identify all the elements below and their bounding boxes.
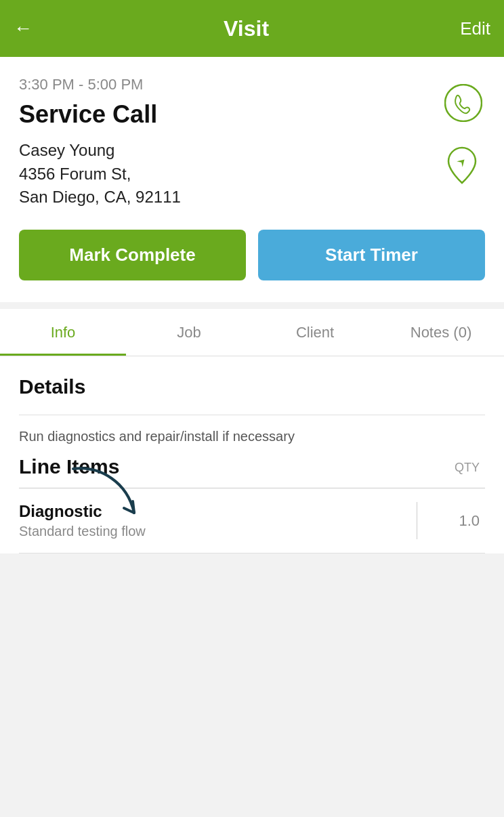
line-items-title: Line Items xyxy=(19,455,417,478)
time-range: 3:30 PM - 5:00 PM xyxy=(19,76,485,93)
tab-info[interactable]: Info xyxy=(0,309,126,356)
qty-column-header: QTY xyxy=(417,455,485,475)
tab-bar: Info Job Client Notes (0) xyxy=(0,309,504,356)
start-timer-button[interactable]: Start Timer xyxy=(258,230,485,280)
details-title: Details xyxy=(19,375,485,398)
line-item-description: Standard testing flow xyxy=(19,524,406,539)
client-name: Casey Young xyxy=(19,141,485,160)
line-item: Diagnostic Standard testing flow 1.0 xyxy=(19,488,485,553)
visit-card: 3:30 PM - 5:00 PM Service Call Casey You… xyxy=(0,57,504,302)
device-frame: ← Visit Edit 3:30 PM - 5:00 PM Service C… xyxy=(0,0,504,817)
mark-complete-button[interactable]: Mark Complete xyxy=(19,230,246,280)
svg-point-0 xyxy=(445,85,482,121)
line-item-info: Diagnostic Standard testing flow xyxy=(19,502,417,539)
line-items-header: Line Items QTY xyxy=(19,455,485,488)
phone-icon[interactable] xyxy=(444,84,482,122)
header: ← Visit Edit xyxy=(0,0,504,57)
content-area: Details Run diagnostics and repair/insta… xyxy=(0,356,504,553)
address-line1: 4356 Forum St, xyxy=(19,163,485,186)
service-type: Service Call xyxy=(19,100,485,129)
tab-notes[interactable]: Notes (0) xyxy=(378,309,504,356)
detail-description: Run diagnostics and repair/install if ne… xyxy=(19,415,485,455)
page-title: Visit xyxy=(224,16,269,41)
line-item-qty: 1.0 xyxy=(417,502,485,539)
navigate-icon[interactable] xyxy=(442,145,482,186)
address-line2: San Diego, CA, 92111 xyxy=(19,186,485,209)
line-item-name: Diagnostic xyxy=(19,502,406,521)
tab-client[interactable]: Client xyxy=(252,309,378,356)
back-button[interactable]: ← xyxy=(14,18,33,39)
action-buttons: Mark Complete Start Timer xyxy=(19,230,485,280)
edit-button[interactable]: Edit xyxy=(460,18,490,39)
tab-job[interactable]: Job xyxy=(126,309,252,356)
